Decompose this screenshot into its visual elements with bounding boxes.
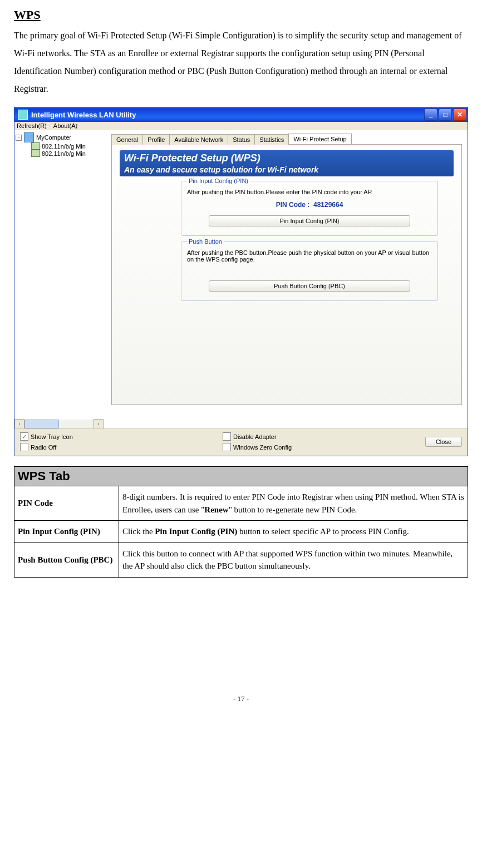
pbc-config-button[interactable]: Push Button Config (PBC) — [209, 280, 410, 292]
windows-zero-checkbox[interactable]: Windows Zero Config — [223, 443, 420, 451]
tab-wps[interactable]: Wi-Fi Protect Setup — [288, 134, 351, 144]
show-tray-checkbox[interactable]: ✓ Show Tray Icon — [20, 432, 217, 441]
adapter-icon — [31, 142, 40, 150]
row-key: Push Button Config (PBC) — [14, 542, 119, 577]
pin-config-button[interactable]: Pin Input Config (PIN) — [209, 215, 410, 226]
tree-child-label: 802.11n/b/g Min — [42, 143, 86, 150]
device-tree[interactable]: − MyComputer 802.11n/b/g Min 802.11n/b/g… — [14, 130, 104, 428]
row-value: 8-digit numbers. It is required to enter… — [119, 486, 468, 521]
app-window: Intelligent Wireless LAN Utility _ □ ✕ R… — [14, 107, 468, 456]
close-button[interactable]: Close — [425, 437, 462, 447]
checkbox-icon — [223, 443, 231, 451]
banner-title: Wi-Fi Protected Setup (WPS) — [124, 152, 449, 164]
pbc-hint: After pushing the PBC button.Please push… — [187, 249, 432, 263]
tab-status[interactable]: Status — [228, 134, 255, 145]
tree-root[interactable]: − MyComputer — [16, 132, 102, 142]
adapter-icon — [31, 150, 40, 157]
tree-root-label: MyComputer — [36, 134, 71, 141]
tab-available-network[interactable]: Available Network — [169, 134, 228, 145]
windows-zero-label: Windows Zero Config — [233, 444, 292, 451]
pin-code-label: PIN Code : — [276, 201, 310, 209]
app-icon — [18, 110, 28, 120]
pin-group: Pin Input Config (PIN) After pushing the… — [181, 177, 438, 236]
wps-description-table: WPS Tab PIN Code 8-digit numbers. It is … — [14, 466, 468, 578]
row-key: Pin Input Config (PIN) — [14, 521, 119, 543]
pin-code-value: 48129664 — [313, 201, 343, 209]
window-title: Intelligent Wireless LAN Utility — [31, 111, 424, 119]
page-number: - 17 - — [14, 694, 468, 703]
banner-subtitle: An easy and secure setup solution for Wi… — [124, 165, 449, 174]
row-key: PIN Code — [14, 486, 119, 521]
bottom-panel: ✓ Show Tray Icon Disable Adapter Close R… — [14, 428, 468, 456]
radio-off-checkbox[interactable]: Radio Off — [20, 443, 217, 451]
row-value: Click this button to connect with AP tha… — [119, 542, 468, 577]
section-title: WPS — [14, 8, 468, 22]
row-value: Click the Pin Input Config (PIN) button … — [119, 521, 468, 543]
close-window-button[interactable]: ✕ — [453, 108, 466, 121]
tree-child[interactable]: 802.11n/b/g Min — [16, 142, 102, 150]
computer-icon — [24, 132, 34, 142]
pin-hint: After pushing the PIN button.Please ente… — [187, 189, 432, 195]
minimize-button[interactable]: _ — [424, 108, 437, 121]
disable-adapter-label: Disable Adapter — [233, 433, 277, 440]
maximize-button[interactable]: □ — [439, 108, 452, 121]
menubar: Refresh(R) About(A) — [14, 122, 468, 130]
scroll-left-icon[interactable]: ‹ — [14, 419, 24, 428]
table-row: PIN Code 8-digit numbers. It is required… — [14, 486, 468, 521]
table-header: WPS Tab — [14, 467, 468, 486]
tree-child-label: 802.11n/b/g Min — [42, 150, 86, 157]
table-row: Push Button Config (PBC) Click this butt… — [14, 542, 468, 577]
tree-scrollbar[interactable]: ‹ › — [14, 420, 104, 428]
intro-paragraph: The primary goal of Wi-Fi Protected Setu… — [14, 27, 468, 98]
checkbox-icon — [223, 432, 231, 441]
show-tray-label: Show Tray Icon — [31, 433, 73, 440]
scroll-right-icon[interactable]: › — [94, 419, 104, 428]
tree-child[interactable]: 802.11n/b/g Min — [16, 150, 102, 157]
tab-general[interactable]: General — [111, 134, 143, 145]
menu-refresh[interactable]: Refresh(R) — [17, 122, 47, 129]
scroll-thumb[interactable] — [24, 420, 59, 428]
tab-statistics[interactable]: Statistics — [254, 134, 289, 145]
checkbox-icon — [20, 443, 28, 451]
collapse-icon[interactable]: − — [16, 135, 22, 141]
checkbox-checked-icon: ✓ — [20, 432, 28, 441]
tab-strip: General Profile Available Network Status… — [111, 134, 462, 145]
tab-content: Wi-Fi Protected Setup (WPS) An easy and … — [111, 145, 462, 405]
disable-adapter-checkbox[interactable]: Disable Adapter — [223, 432, 420, 441]
table-row: Pin Input Config (PIN) Click the Pin Inp… — [14, 521, 468, 543]
pbc-group: Push Button After pushing the PBC button… — [181, 238, 438, 301]
titlebar[interactable]: Intelligent Wireless LAN Utility _ □ ✕ — [14, 107, 468, 122]
pbc-group-legend: Push Button — [187, 238, 224, 245]
radio-off-label: Radio Off — [31, 444, 56, 451]
wps-banner: Wi-Fi Protected Setup (WPS) An easy and … — [120, 150, 454, 176]
tab-profile[interactable]: Profile — [142, 134, 170, 145]
menu-about[interactable]: About(A) — [53, 122, 77, 129]
pin-group-legend: Pin Input Config (PIN) — [187, 177, 250, 184]
